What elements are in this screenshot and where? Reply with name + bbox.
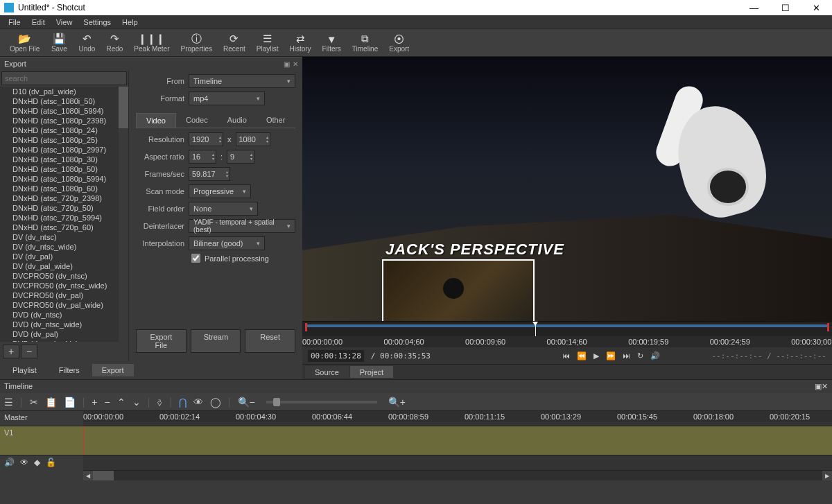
tl-scrub-icon[interactable]: 👁	[193, 397, 203, 408]
preset-item[interactable]: DNxHD (atsc_1080p_2997)	[0, 145, 128, 155]
hscroll-left-arrow[interactable]: ◀	[83, 471, 93, 480]
preset-add-button[interactable]: +	[3, 345, 19, 358]
tab-audio[interactable]: Audio	[218, 113, 257, 128]
track-v1-header[interactable]: V1	[0, 426, 83, 455]
tl-copy-icon[interactable]: 📋	[45, 397, 57, 408]
tab-video[interactable]: Video	[136, 113, 176, 128]
track-composite-icon[interactable]: ◆	[34, 458, 40, 469]
tab-source[interactable]: Source	[305, 366, 349, 378]
tab-project[interactable]: Project	[350, 366, 393, 378]
toolbar-filters[interactable]: ▼Filters	[317, 29, 347, 56]
track-v1-lane[interactable]	[83, 426, 832, 455]
preset-item[interactable]: DNxHD (atsc_1080p_2398)	[0, 116, 128, 125]
preview-time-ruler[interactable]: 00:00:00;0000:00:04;6000:00:09;6000:00:1…	[302, 336, 832, 347]
menu-view[interactable]: View	[51, 17, 78, 28]
tab-other[interactable]: Other	[257, 113, 295, 128]
tl-snap-icon[interactable]: ⋂	[179, 397, 187, 408]
tl-zoom-in-icon[interactable]: 🔍+	[388, 397, 406, 408]
tl-zoom-slider[interactable]	[266, 401, 377, 403]
stream-button[interactable]: Stream	[191, 329, 241, 353]
preset-item[interactable]: DNxHD (atsc_1080p_24)	[0, 125, 128, 135]
preset-item[interactable]: DVD (dv_ntsc_wide)	[0, 320, 128, 329]
preset-item[interactable]: DVCPRO50 (dv_pal)	[0, 290, 128, 300]
timeline-float-icon[interactable]: ▣	[815, 382, 822, 390]
toolbar-recent[interactable]: ⟳Recent	[218, 29, 251, 56]
timeline-hscrollbar[interactable]: ◀ ▶	[83, 471, 832, 480]
field-combo[interactable]: None	[189, 202, 258, 216]
toolbar-playlist[interactable]: ☰Playlist	[251, 29, 284, 56]
in-marker-icon[interactable]	[305, 323, 307, 331]
reset-button[interactable]: Reset	[245, 329, 295, 353]
panel-float-icon[interactable]: ▣	[284, 60, 290, 68]
preset-item[interactable]: DVD (dv_pal_wide)	[0, 339, 128, 342]
track-hide-icon[interactable]: 👁	[20, 458, 28, 469]
aspect-w-input[interactable]: 16	[189, 150, 216, 164]
export-file-button[interactable]: Export File	[136, 329, 187, 353]
preset-item[interactable]: DV (dv_ntsc_wide)	[0, 242, 128, 252]
from-combo[interactable]: Timeline	[189, 74, 295, 88]
tl-menu-icon[interactable]: ☰	[4, 397, 13, 408]
tab-codec[interactable]: Codec	[176, 113, 218, 128]
forward-icon[interactable]: ⏩	[606, 351, 616, 360]
preset-item[interactable]: DVD (dv_ntsc)	[0, 310, 128, 320]
scan-combo[interactable]: Progressive	[189, 184, 251, 198]
preset-item[interactable]: DNxHD (atsc_1080i_50)	[0, 96, 128, 106]
preset-item[interactable]: DVD (dv_pal)	[0, 329, 128, 339]
preset-item[interactable]: DNxHD (atsc_720p_2398)	[0, 193, 128, 203]
menu-file[interactable]: File	[3, 17, 26, 28]
tl-paste-icon[interactable]: 📄	[64, 397, 76, 408]
tl-append-icon[interactable]: +	[92, 397, 97, 408]
tl-cut-icon[interactable]: ✂	[30, 397, 38, 408]
toolbar-undo[interactable]: ↶Undo	[73, 29, 101, 56]
preset-item[interactable]: DVCPRO50 (dv_ntsc)	[0, 271, 128, 281]
preset-item[interactable]: DNxHD (atsc_1080p_50)	[0, 164, 128, 174]
preset-item[interactable]: DNxHD (atsc_1080i_5994)	[0, 106, 128, 116]
preset-item[interactable]: DV (dv_ntsc)	[0, 232, 128, 242]
toolbar-peak-meter[interactable]: ❙❙❙Peak Meter	[128, 29, 175, 56]
tl-overwrite-icon[interactable]: ⌄	[132, 397, 141, 408]
tab-export[interactable]: Export	[92, 364, 134, 376]
track-lock-icon[interactable]: 🔓	[46, 458, 56, 469]
preset-scrollbar[interactable]	[119, 87, 128, 342]
parallel-checkbox[interactable]	[191, 254, 200, 263]
menu-help[interactable]: Help	[116, 17, 144, 28]
tl-remove-icon[interactable]: −	[104, 397, 110, 408]
preset-search-input[interactable]	[1, 71, 127, 85]
skip-start-icon[interactable]: ⏮	[562, 351, 570, 360]
out-marker-icon[interactable]	[827, 323, 829, 331]
toolbar-save[interactable]: 💾Save	[45, 29, 73, 56]
preset-item[interactable]: DNxHD (atsc_1080p_60)	[0, 184, 128, 193]
interp-combo[interactable]: Bilinear (good)	[189, 236, 265, 250]
timeline-close-icon[interactable]: ✕	[822, 382, 828, 390]
scrubber[interactable]	[302, 321, 832, 336]
tl-split-icon[interactable]: ⎀	[157, 397, 162, 408]
preset-item[interactable]: DNxHD (atsc_1080p_5994)	[0, 174, 128, 184]
timeline-playhead[interactable]	[83, 426, 84, 455]
play-icon[interactable]: ▶	[593, 351, 599, 360]
preset-item[interactable]: D10 (dv_pal_wide)	[0, 87, 128, 96]
preset-item[interactable]: DNxHD (atsc_1080p_25)	[0, 135, 128, 145]
menu-edit[interactable]: Edit	[26, 17, 51, 28]
maximize-button[interactable]: ☐	[770, 0, 801, 15]
menu-settings[interactable]: Settings	[78, 17, 116, 28]
toolbar-export[interactable]: ⦿Export	[383, 29, 415, 56]
res-height-input[interactable]: 1080	[236, 132, 270, 146]
timecode-current[interactable]: 00:00:13;28	[308, 350, 364, 362]
toolbar-history[interactable]: ⇄History	[284, 29, 316, 56]
tab-filters[interactable]: Filters	[49, 364, 89, 376]
track-mute-icon[interactable]: 🔊	[4, 458, 15, 469]
close-button[interactable]: ✕	[801, 0, 832, 15]
deint-combo[interactable]: YADIF - temporal + spatial (best)	[189, 219, 295, 233]
toolbar-properties[interactable]: ⓘProperties	[175, 29, 218, 56]
preset-item[interactable]: DNxHD (atsc_720p_50)	[0, 203, 128, 213]
preset-item[interactable]: DNxHD (atsc_720p_5994)	[0, 213, 128, 223]
tab-playlist[interactable]: Playlist	[3, 364, 46, 376]
playhead[interactable]	[535, 322, 536, 336]
res-width-input[interactable]: 1920	[189, 132, 223, 146]
toolbar-open-file[interactable]: 📂Open File	[4, 29, 45, 56]
volume-icon[interactable]: 🔊	[650, 351, 660, 360]
hscroll-right-arrow[interactable]: ▶	[822, 471, 832, 480]
toolbar-redo[interactable]: ↷Redo	[101, 29, 128, 56]
fps-input[interactable]: 59.817	[189, 167, 230, 181]
video-preview[interactable]: JACK'S PERSPECTIVE	[302, 57, 832, 321]
